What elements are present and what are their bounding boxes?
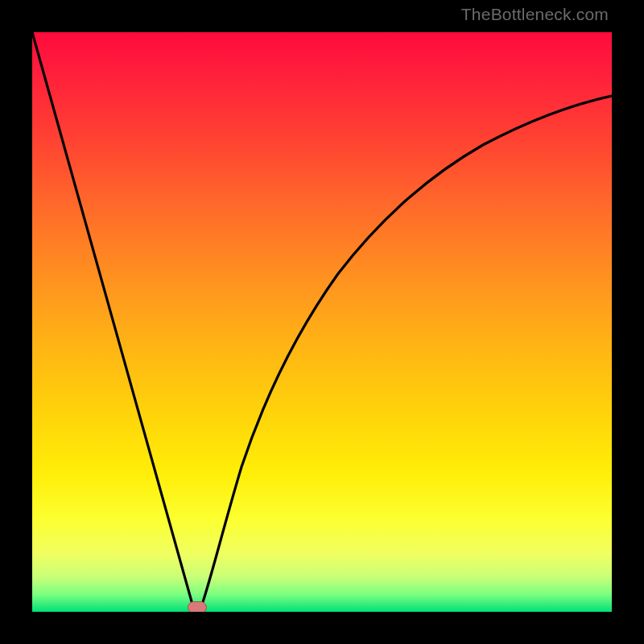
chart-frame: TheBottleneck.com — [0, 0, 644, 644]
chart-curve-svg — [32, 32, 612, 612]
watermark-text: TheBottleneck.com — [461, 5, 609, 24]
curve-path — [32, 32, 612, 612]
minimum-marker — [188, 601, 207, 612]
plot-area — [32, 32, 612, 612]
